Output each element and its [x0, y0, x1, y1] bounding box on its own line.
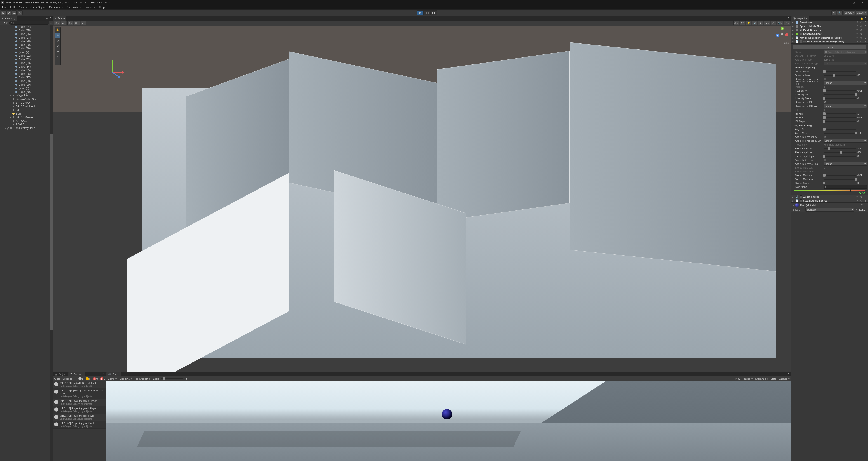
hierarchy-item[interactable]: Sun [0, 112, 53, 116]
component-header[interactable]: ▸📄Waypoint Beacon Controller (Script)?⚙⋮ [792, 36, 868, 40]
hidden-toggle[interactable]: ☁ [764, 21, 770, 25]
hierarchy-item[interactable]: Cube (37) [0, 76, 53, 79]
warn-count-badge[interactable]: !6 [86, 377, 91, 380]
help-icon[interactable]: ? [856, 40, 859, 43]
project-tab[interactable]: ▣ Project [53, 372, 68, 376]
preset-icon[interactable]: ⚙ [860, 32, 863, 35]
angle-stereo-link-dropdown[interactable]: Linear▾ [824, 162, 867, 166]
help-icon[interactable]: ? [861, 204, 863, 207]
step-along-input[interactable] [824, 185, 867, 189]
fx-toggle[interactable]: ✦ [758, 21, 763, 25]
transform-tool[interactable]: ✦ [55, 54, 60, 60]
display-dropdown[interactable]: Display 1 ▾ [120, 377, 132, 380]
stereo-steps-slider[interactable] [824, 183, 857, 184]
lighting-toggle[interactable]: 💡 [746, 21, 751, 25]
close-button[interactable]: ✕ [858, 0, 867, 5]
console-log-entry[interactable]: ![21:51:32] Player triggered WallUnityEn… [53, 414, 106, 421]
menu-component[interactable]: Component [47, 5, 65, 9]
account-button[interactable]: ◒ [1, 10, 6, 15]
component-header[interactable]: ▸Sphere (Mesh Filter)?⚙⋮ [792, 24, 868, 28]
hierarchy-search[interactable] [9, 21, 50, 25]
undo-history-icon[interactable]: ⟲ [831, 10, 836, 15]
orientation-gizmo[interactable]: yxz [775, 27, 789, 41]
scene-view[interactable]: ✋ ✥ ⟳ ⤢ ▭ ✦ ⋯ yxz Persp [53, 26, 791, 371]
inspector-tab[interactable]: ⓘ Inspector [792, 16, 809, 21]
steam-audio-source-component[interactable]: 📄 ✓ Steam Audio Source ? ⚙ ⋮ [792, 199, 868, 203]
distance-to-ibi-check[interactable]: ✓ [824, 101, 827, 103]
preset-icon[interactable]: ⚙ [860, 36, 863, 39]
play-focused-dropdown[interactable]: Play Focused ▾ [735, 377, 753, 380]
intensity-max-slider[interactable] [824, 94, 857, 95]
inspector-menu-icon[interactable]: ⋮ [864, 17, 867, 20]
help-icon[interactable]: ? [856, 32, 859, 35]
scene-menu-icon[interactable]: ⋮ [787, 17, 790, 20]
minimize-button[interactable]: — [840, 0, 849, 5]
console-log-entry[interactable]: ![21:51:17] Loaded HRTF: default.UnityEn… [53, 381, 106, 389]
hierarchy-item[interactable]: Cube (24) [0, 25, 53, 29]
shader-options-icon[interactable]: ▾ [856, 208, 857, 211]
hierarchy-tab[interactable]: ≡ Hierarchy [0, 16, 17, 21]
hierarchy-item[interactable]: Quad (3) [0, 87, 53, 90]
game-tab[interactable]: 🎮 Game [106, 372, 121, 376]
console-collapse[interactable]: Collapse [62, 377, 72, 380]
hierarchy-scrollbar[interactable] [51, 134, 53, 330]
help-icon[interactable]: ? [856, 195, 859, 198]
audio-toggle[interactable]: 🔊 [752, 21, 757, 25]
hierarchy-item[interactable]: Cube (28) [0, 39, 53, 43]
component-header[interactable]: ▾📄✓Audio Substitution Manual (Script)?⚙⋮ [792, 40, 868, 43]
mute-audio-toggle[interactable]: Mute Audio [755, 377, 768, 380]
menu-icon[interactable]: ⋮ [864, 40, 867, 43]
menu-icon[interactable]: ⋮ [864, 25, 867, 28]
preset-icon[interactable]: ⚙ [860, 25, 863, 28]
grid-snap-button[interactable]: ▦ [74, 21, 80, 25]
edit-button[interactable]: Edit... [858, 208, 866, 211]
help-icon[interactable]: ? [856, 28, 859, 32]
hierarchy-item[interactable]: Cube (40) [0, 90, 53, 94]
stereo-mult-max-slider[interactable] [824, 179, 857, 180]
ibi-steps-slider[interactable] [824, 121, 857, 122]
help-icon[interactable]: ? [856, 199, 859, 202]
stats-toggle[interactable]: Stats [771, 377, 776, 380]
audio-feedback-dropdown[interactable]: Clip▾ [824, 62, 867, 65]
hierarchy-item[interactable]: Cube (39) [0, 83, 53, 87]
angle-max-slider[interactable] [824, 133, 857, 133]
menu-icon[interactable]: ⋮ [864, 204, 866, 207]
ibi-min-slider[interactable] [824, 113, 857, 114]
snap-increment-button[interactable]: ➚ [81, 21, 86, 25]
cloud-sync-icon[interactable]: ☁ [12, 10, 17, 15]
preset-icon[interactable]: ⚙ [860, 40, 863, 43]
menu-window[interactable]: Window [84, 5, 97, 9]
hierarchy-item[interactable]: Cube (27) [0, 36, 53, 39]
maximize-button[interactable]: ▢ [849, 0, 858, 5]
ibi-max-slider[interactable] [824, 117, 857, 118]
script-field[interactable]: AudioSubstitutionManual [824, 50, 867, 54]
menu-file[interactable]: File [0, 5, 8, 9]
angle-frequency-link-dropdown[interactable]: Linear▾ [824, 139, 867, 143]
history-button[interactable]: ↻ [18, 10, 23, 15]
gizmos-toggle[interactable]: ⚙ [784, 21, 790, 25]
component-enable-checkbox[interactable]: ✓ [800, 33, 802, 35]
game-gizmos-dropdown[interactable]: Gizmos ▾ [779, 377, 789, 380]
err2-count-badge[interactable]: !0 [100, 377, 105, 380]
console-clear[interactable]: Clear [54, 377, 60, 380]
layers-dropdown[interactable]: Layers [844, 10, 855, 15]
hierarchy-item[interactable]: Cube (38) [0, 79, 53, 83]
hierarchy-item[interactable]: Cube (30) [0, 43, 53, 47]
hierarchy-item[interactable]: ST [0, 108, 53, 112]
hierarchy-item[interactable]: Cube (26) [0, 32, 53, 36]
hierarchy-item[interactable]: Cube (31) [0, 54, 53, 58]
menu-assets[interactable]: Assets [17, 5, 29, 9]
custom-tool[interactable]: ⋯ [55, 60, 60, 65]
help-icon[interactable]: ? [856, 21, 859, 24]
hierarchy-item[interactable]: ▸SA+3D+Move [0, 116, 53, 119]
rect-tool[interactable]: ▭ [55, 49, 60, 54]
pivot-mode-button[interactable]: ◈ [61, 21, 66, 25]
angle-to-frequency-check[interactable]: ✓ [824, 135, 827, 138]
perspective-label[interactable]: Persp [783, 42, 789, 44]
game-menu-icon[interactable]: ⋮ [787, 373, 790, 376]
panel-lock-icon[interactable]: ⎋ [45, 17, 49, 20]
step-button[interactable]: ▶❚ [431, 10, 437, 15]
hierarchy-item[interactable]: Cube (32) [0, 58, 53, 61]
menu-help[interactable]: Help [97, 5, 106, 9]
hierarchy-item[interactable]: Cube (34) [0, 65, 53, 68]
